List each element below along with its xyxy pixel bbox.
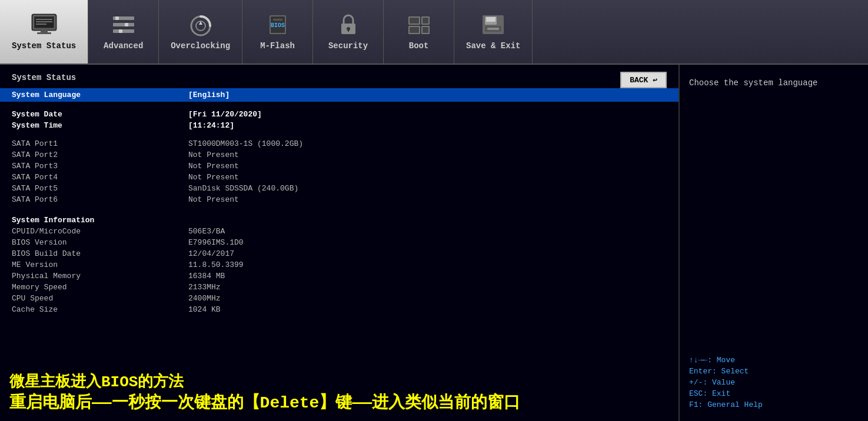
sata-port5-label: SATA Port5	[12, 184, 188, 193]
svg-rect-34	[486, 17, 495, 22]
sata-port1-label: SATA Port1	[12, 139, 188, 148]
svg-rect-7	[37, 32, 51, 34]
sata-port2-label: SATA Port2	[12, 151, 188, 159]
cpuid-row: CPUID/MicroCode 506E3/BA	[0, 226, 679, 237]
sata-port3-label: SATA Port3	[12, 162, 188, 171]
system-status-icon	[30, 13, 58, 36]
system-date-row: System Date [Fri 11/20/2020]	[0, 109, 679, 120]
svg-rect-25	[410, 18, 419, 24]
svg-rect-9	[113, 23, 134, 26]
bios-ver-label: BIOS Version	[12, 238, 188, 247]
nav-security-label: Security	[328, 41, 368, 51]
system-time-value: [11:24:12]	[188, 121, 234, 130]
help-text: Choose the system language	[689, 76, 859, 89]
sata-port4-row: SATA Port4 Not Present	[0, 172, 679, 183]
mem-speed-value: 2133MHz	[188, 283, 221, 292]
bios-ver-row: BIOS Version E7996IMS.1D0	[0, 237, 679, 248]
security-icon	[334, 13, 363, 36]
sata-port6-label: SATA Port6	[12, 195, 188, 204]
svg-rect-23	[348, 29, 349, 32]
system-date-value: [Fri 11/20/2020]	[188, 110, 262, 119]
system-info-header: System Information	[0, 212, 679, 226]
overclocking-icon	[187, 13, 215, 36]
cpu-speed-row: CPU Speed 2400MHz	[0, 293, 679, 304]
bios-date-row: BIOS Build Date 12/04/2017	[0, 248, 679, 259]
sata-port4-label: SATA Port4	[12, 173, 188, 182]
top-navigation: System Status Advanced Overclocking	[0, 0, 868, 65]
sata-port5-value: SanDisk SDSSDA (240.0GB)	[188, 184, 298, 193]
cache-size-row: Cache Size 1024 KB	[0, 304, 679, 315]
key-select: Enter: Select	[689, 367, 859, 376]
me-ver-value: 11.8.50.3399	[188, 260, 244, 269]
bios-ver-value: E7996IMS.1D0	[188, 238, 244, 247]
bios-date-label: BIOS Build Date	[12, 249, 188, 258]
svg-rect-31	[423, 27, 428, 33]
nav-advanced[interactable]: Advanced	[88, 0, 159, 64]
me-ver-label: ME Version	[12, 260, 188, 269]
sata-port4-value: Not Present	[188, 173, 239, 182]
sata-port1-value: ST1000DM003-1S (1000.2GB)	[188, 139, 303, 148]
back-button[interactable]: BACK ↩	[620, 72, 667, 88]
cache-size-label: Cache Size	[12, 305, 188, 314]
nav-boot-label: Boot	[409, 41, 429, 51]
svg-rect-2	[35, 17, 54, 28]
system-time-label: System Time	[12, 121, 188, 130]
sata-port1-row: SATA Port1 ST1000DM003-1S (1000.2GB)	[0, 138, 679, 149]
sata-port3-value: Not Present	[188, 162, 239, 171]
cpu-speed-value: 2400MHz	[188, 294, 221, 303]
phys-mem-row: Physical Memory 16384 MB	[0, 270, 679, 282]
section-title: System Status	[0, 65, 679, 88]
svg-rect-27	[410, 27, 419, 33]
left-panel: System Status BACK ↩ System Language [En…	[0, 65, 680, 421]
phys-mem-value: 16384 MB	[188, 272, 225, 280]
cpuid-value: 506E3/BA	[188, 227, 225, 236]
key-value: +/-: Value	[689, 378, 859, 387]
system-time-row: System Time [11:24:12]	[0, 120, 679, 131]
me-ver-row: ME Version 11.8.50.3399	[0, 259, 679, 270]
nav-boot[interactable]: Boot	[384, 0, 454, 64]
system-language-value: [English]	[188, 91, 230, 99]
svg-rect-10	[113, 29, 134, 33]
svg-rect-20	[273, 19, 282, 21]
save-exit-icon	[479, 13, 507, 36]
key-f1: F1: General Help	[689, 400, 859, 409]
overlay-line1: 微星主板进入BIOS的方法	[9, 373, 669, 393]
sata-port2-value: Not Present	[188, 151, 239, 159]
spacer2	[0, 131, 679, 138]
mem-speed-label: Memory Speed	[12, 283, 188, 292]
svg-rect-13	[119, 29, 122, 33]
sata-port5-row: SATA Port5 SanDisk SDSSDA (240.0GB)	[0, 183, 679, 194]
system-date-label: System Date	[12, 110, 188, 119]
nav-overclocking[interactable]: Overclocking	[159, 0, 242, 64]
nav-overclocking-label: Overclocking	[171, 41, 230, 51]
svg-rect-12	[125, 23, 128, 26]
boot-icon	[405, 13, 433, 36]
advanced-icon	[109, 13, 138, 36]
nav-advanced-label: Advanced	[104, 41, 143, 51]
sata-port6-row: SATA Port6 Not Present	[0, 194, 679, 205]
main-content: System Status BACK ↩ System Language [En…	[0, 65, 868, 421]
sata-port6-value: Not Present	[188, 195, 239, 204]
system-language-row[interactable]: System Language [English]	[0, 88, 679, 102]
overlay-annotation: 微星主板进入BIOS的方法 重启电脑后——一秒按一次键盘的【Delete】键——…	[0, 368, 679, 421]
nav-system-status[interactable]: System Status	[0, 0, 88, 64]
sata-port2-row: SATA Port2 Not Present	[0, 149, 679, 161]
nav-security[interactable]: Security	[313, 0, 384, 64]
svg-rect-29	[423, 18, 428, 24]
spacer	[0, 102, 679, 109]
nav-mflash-label: M-Flash	[260, 41, 295, 51]
cpuid-label: CPUID/MicroCode	[12, 227, 188, 236]
svg-rect-6	[41, 30, 48, 32]
key-move: ↑↓→←: Move	[689, 356, 859, 365]
nav-save-exit[interactable]: Save & Exit	[454, 0, 533, 64]
system-language-label: System Language	[12, 91, 188, 99]
nav-save-exit-label: Save & Exit	[466, 41, 520, 51]
svg-rect-11	[115, 16, 119, 20]
key-esc: ESC: Exit	[689, 389, 859, 398]
mflash-icon: BIOS	[264, 13, 292, 36]
sata-port3-row: SATA Port3 Not Present	[0, 161, 679, 172]
nav-mflash[interactable]: BIOS M-Flash	[242, 0, 313, 64]
spacer3	[0, 205, 679, 212]
phys-mem-label: Physical Memory	[12, 272, 188, 280]
svg-rect-36	[487, 28, 499, 30]
